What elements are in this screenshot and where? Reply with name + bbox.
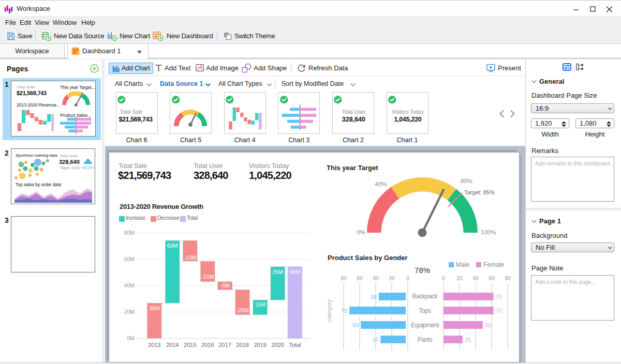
svg-text:60M: 60M bbox=[124, 256, 135, 262]
svg-text:60: 60 bbox=[489, 275, 495, 281]
svg-text:59: 59 bbox=[352, 322, 359, 328]
svg-text:-10M: -10M bbox=[184, 254, 196, 261]
svg-text:25: 25 bbox=[465, 337, 471, 343]
svg-text:Total: Total bbox=[289, 342, 301, 348]
svg-text:70: 70 bbox=[496, 308, 502, 314]
svg-text:0M: 0M bbox=[127, 335, 135, 341]
svg-text:26M: 26M bbox=[272, 269, 283, 275]
svg-text:-20M: -20M bbox=[236, 307, 249, 313]
svg-text:80: 80 bbox=[341, 275, 347, 281]
svg-text:0: 0 bbox=[406, 275, 409, 281]
svg-text:90M: 90M bbox=[290, 269, 300, 275]
svg-text:2013: 2013 bbox=[148, 342, 160, 348]
svg-text:40: 40 bbox=[472, 275, 479, 281]
svg-text:2018: 2018 bbox=[236, 342, 248, 348]
svg-text:-5M: -5M bbox=[220, 282, 230, 289]
svg-text:37: 37 bbox=[372, 337, 378, 343]
svg-text:20: 20 bbox=[456, 275, 463, 281]
svg-text:80: 80 bbox=[505, 275, 511, 281]
svg-text:60: 60 bbox=[357, 275, 363, 281]
svg-text:75: 75 bbox=[341, 308, 347, 314]
svg-text:20: 20 bbox=[389, 275, 395, 281]
svg-text:2019: 2019 bbox=[254, 342, 266, 348]
svg-text:2017: 2017 bbox=[218, 342, 231, 348]
svg-text:20M: 20M bbox=[124, 309, 135, 315]
svg-text:40: 40 bbox=[373, 275, 379, 281]
svg-text:-10M: -10M bbox=[201, 274, 214, 280]
svg-text:69M: 69M bbox=[167, 242, 178, 249]
svg-text:50: 50 bbox=[485, 322, 491, 328]
svg-text:80M: 80M bbox=[124, 230, 135, 236]
svg-text:40M: 40M bbox=[124, 282, 135, 289]
svg-text:2016: 2016 bbox=[201, 342, 214, 348]
svg-text:0: 0 bbox=[442, 275, 445, 281]
svg-text:2020: 2020 bbox=[271, 342, 284, 348]
svg-text:2014: 2014 bbox=[166, 342, 179, 348]
svg-text:2015: 2015 bbox=[184, 342, 196, 348]
svg-text:70: 70 bbox=[496, 294, 502, 300]
svg-text:38M: 38M bbox=[149, 305, 159, 311]
svg-text:15M: 15M bbox=[255, 301, 265, 308]
svg-text:38: 38 bbox=[371, 294, 377, 300]
